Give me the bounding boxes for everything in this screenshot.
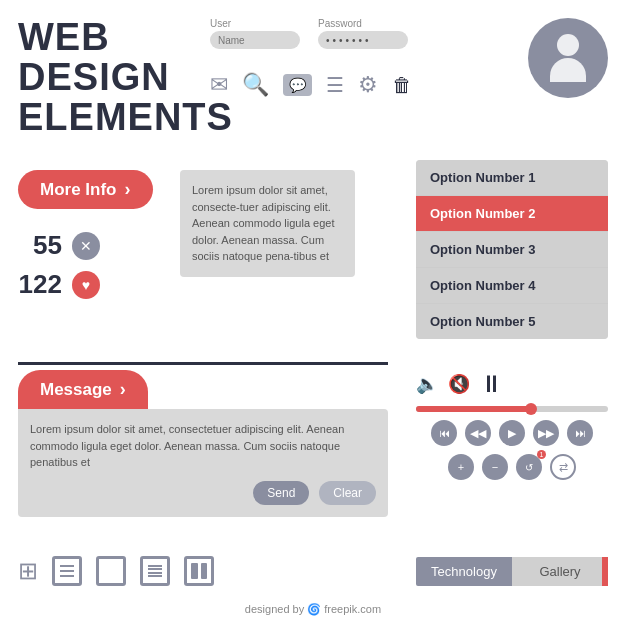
avatar-body	[550, 34, 586, 82]
options-panel: Option Number 1 Option Number 2 Option N…	[416, 160, 608, 339]
media-slider-row	[416, 406, 608, 412]
avatar-head	[557, 34, 579, 56]
volume-mute-icon[interactable]: 🔇	[448, 373, 470, 395]
gallery-tab[interactable]: Gallery	[512, 557, 608, 586]
shuffle-icon[interactable]: ⇄	[550, 454, 576, 480]
message-text: Lorem ipsum dolor sit amet, consectetuer…	[30, 421, 376, 471]
basket-icon[interactable]: 🗑	[392, 74, 412, 97]
option-item-2[interactable]: Option Number 2	[416, 196, 608, 232]
message-button[interactable]: Message ›	[18, 370, 148, 409]
title-line3: ELEMENTS	[18, 98, 233, 138]
speech-icon[interactable]: 💬	[283, 74, 312, 96]
password-input[interactable]	[318, 31, 408, 49]
hamburger-bottom-icon[interactable]	[52, 556, 82, 586]
icons-row: ✉ 🔍 💬 ☰ ⚙ 🗑	[210, 72, 412, 98]
clear-button[interactable]: Clear	[319, 481, 376, 505]
option-item-5[interactable]: Option Number 5	[416, 304, 608, 339]
name-input[interactable]	[210, 31, 300, 49]
more-info-area: More Info ›	[18, 170, 153, 209]
send-button[interactable]: Send	[253, 481, 309, 505]
title-line2: DESIGN	[18, 58, 233, 98]
add-icon[interactable]: +	[448, 454, 474, 480]
fast-forward-icon[interactable]: ▶▶	[533, 420, 559, 446]
title-block: WEB DESIGN ELEMENTS	[18, 18, 233, 138]
rewind-icon[interactable]: ◀◀	[465, 420, 491, 446]
heart-icon[interactable]: ♥	[72, 271, 100, 299]
search-icon[interactable]: 🔍	[242, 72, 269, 98]
media-controls-mid: ⏮ ◀◀ ▶ ▶▶ ⏭	[416, 420, 608, 446]
footer-text: designed by 🌀 freepik.com	[245, 603, 381, 615]
pause-icon[interactable]: ⏸	[480, 370, 504, 398]
media-controls-top: 🔈 🔇 ⏸	[416, 370, 608, 398]
form-row: User Password	[210, 18, 408, 49]
stat-row-2: 122 ♥	[18, 269, 100, 300]
avatar	[528, 18, 608, 98]
bottom-icons: ⊞	[18, 556, 214, 586]
option-item-3[interactable]: Option Number 3	[416, 232, 608, 268]
media-player: 🔈 🔇 ⏸ ⏮ ◀◀ ▶ ▶▶ ⏭ + − ↺1 ⇄	[416, 370, 608, 480]
grid-icon[interactable]: ⊞	[18, 557, 38, 585]
tab-accent	[602, 557, 608, 586]
gear-icon[interactable]: ⚙	[358, 72, 378, 98]
repeat-icon[interactable]: ↺1	[516, 454, 542, 480]
message-label: Message	[40, 380, 112, 400]
hamburger-icon[interactable]: ☰	[326, 73, 344, 97]
minus-icon[interactable]: −	[482, 454, 508, 480]
message-actions: Send Clear	[30, 481, 376, 505]
title-line1: WEB	[18, 18, 233, 58]
media-slider-fill	[416, 406, 531, 412]
skip-forward-icon[interactable]: ⏭	[567, 420, 593, 446]
volume-low-icon[interactable]: 🔈	[416, 373, 438, 395]
user-label: User	[210, 18, 231, 29]
more-info-button[interactable]: More Info ›	[18, 170, 153, 209]
skip-back-icon[interactable]: ⏮	[431, 420, 457, 446]
password-group: Password	[318, 18, 408, 49]
media-slider-thumb	[525, 403, 537, 415]
stat-row-1: 55 ✕	[18, 230, 100, 261]
message-arrow: ›	[120, 379, 126, 400]
section-divider-line	[18, 362, 388, 365]
envelope-icon[interactable]: ✉	[210, 72, 228, 98]
media-controls-bot: + − ↺1 ⇄	[416, 454, 608, 480]
stats-area: 55 ✕ 122 ♥	[18, 230, 100, 308]
close-icon[interactable]: ✕	[72, 232, 100, 260]
two-col-icon[interactable]	[184, 556, 214, 586]
technology-tab[interactable]: Technology	[416, 557, 512, 586]
message-box: Lorem ipsum dolor sit amet, consectetuer…	[18, 409, 388, 517]
footer: designed by 🌀 freepik.com	[0, 603, 626, 616]
password-label: Password	[318, 18, 362, 29]
list-icon[interactable]	[140, 556, 170, 586]
user-group: User	[210, 18, 300, 49]
more-info-label: More Info	[40, 180, 117, 200]
media-slider[interactable]	[416, 406, 608, 412]
tech-gallery-tabs: Technology Gallery	[416, 557, 608, 586]
empty-box-icon[interactable]	[96, 556, 126, 586]
option-item-1[interactable]: Option Number 1	[416, 160, 608, 196]
stat-count-1: 55	[18, 230, 62, 261]
play-icon[interactable]: ▶	[499, 420, 525, 446]
option-item-4[interactable]: Option Number 4	[416, 268, 608, 304]
more-info-arrow: ›	[125, 179, 131, 200]
avatar-torso	[550, 58, 586, 82]
lorem-text-top: Lorem ipsum dolor sit amet, consecte-tue…	[180, 170, 355, 277]
form-area: User Password	[210, 18, 408, 49]
message-area: Message › Lorem ipsum dolor sit amet, co…	[18, 370, 388, 517]
stat-count-2: 122	[18, 269, 62, 300]
